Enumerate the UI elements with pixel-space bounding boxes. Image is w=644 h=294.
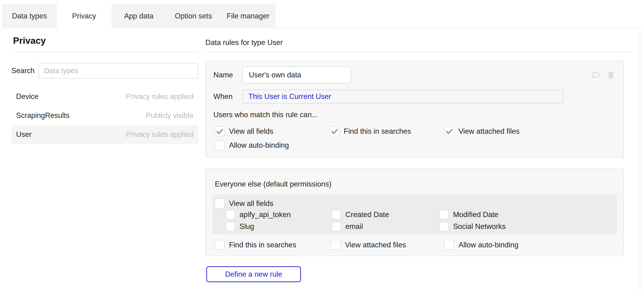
search-label: Search — [11, 67, 38, 75]
tab-data-types[interactable]: Data types — [2, 4, 57, 29]
checkbox-label: email — [346, 222, 363, 231]
checkmark-icon — [445, 127, 453, 135]
content-right-border — [640, 28, 640, 294]
data-type-name: ScrapingResults — [16, 111, 70, 120]
data-type-status: Publicly visible — [146, 111, 194, 120]
search-row: Search — [11, 63, 198, 79]
checkbox-field-slug[interactable]: Slug — [226, 222, 332, 231]
checkbox-icon[interactable] — [329, 126, 340, 136]
rule-card: Name When This User is Current User User… — [205, 60, 624, 158]
default-permissions-title: Everyone else (default permissions) — [215, 180, 617, 188]
checkbox-icon[interactable] — [214, 126, 225, 136]
privacy-sidebar: Privacy Search Device Privacy rules appl… — [11, 29, 198, 144]
checkbox-icon[interactable] — [214, 240, 225, 250]
checkbox-icon[interactable] — [330, 240, 341, 250]
tab-bar: Data types Privacy App data Option sets … — [2, 4, 276, 29]
tab-option-sets[interactable]: Option sets — [166, 4, 221, 29]
name-label: Name — [214, 71, 242, 79]
data-type-name: User — [16, 130, 32, 139]
checkbox-field-social-networks[interactable]: Social Networks — [439, 222, 617, 231]
checkbox-icon[interactable] — [332, 210, 341, 219]
checkbox-label: Allow auto-binding — [229, 141, 289, 150]
checkbox-icon[interactable] — [214, 198, 225, 208]
fields-box: View all fields apify_api_token Created … — [212, 195, 617, 234]
checkbox-label: View attached files — [345, 241, 406, 249]
divider — [205, 52, 632, 53]
checkbox-label: Modified Date — [453, 210, 498, 219]
rule-name-input[interactable] — [242, 67, 351, 84]
field-checkbox-grid: apify_api_token Created Date Modified Da… — [226, 210, 617, 231]
checkbox-icon[interactable] — [444, 240, 454, 250]
when-condition-box[interactable]: This User is Current User — [242, 90, 563, 103]
data-type-status: Privacy rules applied — [126, 130, 194, 139]
checkbox-label: View all fields — [229, 199, 273, 208]
divider — [13, 52, 198, 53]
trash-icon[interactable] — [606, 71, 615, 80]
checkbox-view-all-fields[interactable]: View all fields — [214, 126, 329, 136]
checkbox-find-in-searches-default[interactable]: Find this in searches — [214, 240, 330, 250]
checkbox-field-email[interactable]: email — [332, 222, 439, 231]
default-permissions-grid: Find this in searches View attached file… — [214, 240, 617, 250]
data-type-name: Device — [16, 92, 38, 101]
define-new-rule-button[interactable]: Define a new rule — [206, 266, 301, 282]
checkbox-view-attached-files-default[interactable]: View attached files — [330, 240, 444, 250]
checkbox-icon[interactable] — [439, 222, 449, 231]
data-rules-panel: Data rules for type User Name When This … — [205, 29, 624, 282]
checkbox-icon[interactable] — [332, 222, 341, 231]
comment-icon[interactable] — [591, 71, 600, 80]
data-type-status: Privacy rules applied — [126, 92, 194, 101]
list-item-scrapingresults[interactable]: ScrapingResults Publicly visible — [11, 106, 198, 125]
search-input[interactable] — [38, 63, 198, 79]
rule-permissions-grid: View all fields Find this in searches Vi… — [214, 126, 615, 150]
page-title: Privacy — [13, 36, 198, 46]
tab-privacy[interactable]: Privacy — [57, 4, 112, 29]
permissions-heading: Users who match this rule can... — [214, 111, 615, 119]
checkbox-label: Social Networks — [453, 222, 506, 231]
panel-title: Data rules for type User — [205, 38, 624, 47]
default-permissions-card: Everyone else (default permissions) View… — [205, 169, 624, 256]
when-row: When This User is Current User — [214, 90, 615, 103]
data-type-list: Device Privacy rules applied ScrapingRes… — [11, 87, 198, 144]
checkmark-icon — [330, 127, 338, 135]
name-row: Name — [214, 67, 615, 84]
checkbox-label: Created Date — [346, 210, 389, 219]
checkbox-allow-auto-binding-default[interactable]: Allow auto-binding — [444, 240, 617, 250]
checkbox-view-attached-files[interactable]: View attached files — [444, 126, 615, 136]
checkbox-label: Allow auto-binding — [458, 241, 518, 249]
checkbox-field-modified-date[interactable]: Modified Date — [439, 210, 617, 219]
checkbox-icon[interactable] — [226, 210, 235, 219]
tab-file-manager[interactable]: File manager — [221, 4, 276, 29]
checkbox-icon[interactable] — [214, 140, 225, 150]
checkbox-icon[interactable] — [444, 126, 454, 136]
checkbox-find-in-searches[interactable]: Find this in searches — [329, 126, 444, 136]
rule-actions — [591, 71, 615, 80]
checkbox-icon[interactable] — [439, 210, 449, 219]
list-item-user[interactable]: User Privacy rules applied — [11, 125, 198, 144]
when-label: When — [214, 92, 242, 101]
when-condition-text[interactable]: This User is Current User — [248, 92, 331, 101]
checkbox-label: Find this in searches — [229, 241, 296, 249]
checkmark-icon — [216, 127, 224, 135]
checkbox-label: Slug — [240, 222, 254, 231]
tab-app-data[interactable]: App data — [112, 4, 166, 29]
checkbox-label: View attached files — [458, 127, 520, 136]
checkbox-label: apify_api_token — [240, 210, 291, 219]
checkbox-label: View all fields — [229, 127, 273, 136]
checkbox-allow-auto-binding[interactable]: Allow auto-binding — [214, 140, 329, 150]
checkbox-label: Find this in searches — [344, 127, 411, 136]
checkbox-field-created-date[interactable]: Created Date — [332, 210, 439, 219]
checkbox-icon[interactable] — [226, 222, 235, 231]
checkbox-view-all-fields-default[interactable]: View all fields — [214, 198, 617, 208]
list-item-device[interactable]: Device Privacy rules applied — [11, 87, 198, 106]
checkbox-field-apify-api-token[interactable]: apify_api_token — [226, 210, 332, 219]
